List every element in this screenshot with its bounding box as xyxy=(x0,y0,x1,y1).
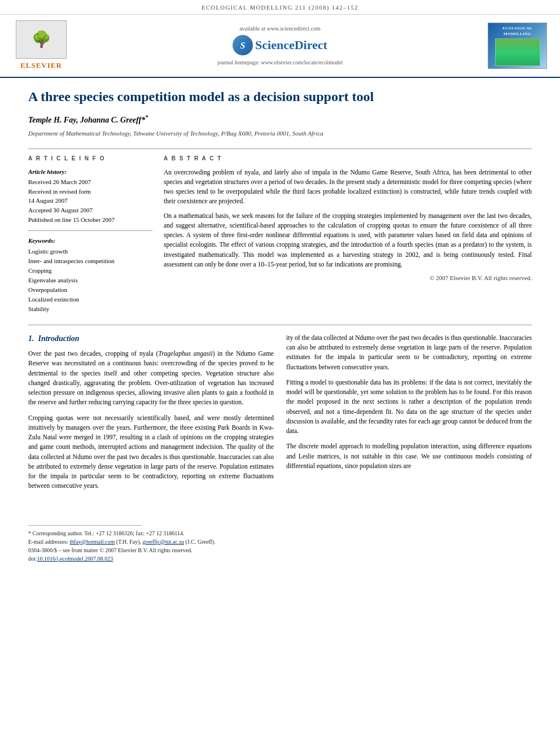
available-at-text: available at www.sciencedirect.com xyxy=(80,25,480,33)
abstract-text: An overcrowding problem of nyala, and la… xyxy=(164,168,532,270)
affiliation: Department of Mathematical Technology, T… xyxy=(28,129,532,138)
email-link-2[interactable]: greeffjc@tut.ac.za xyxy=(143,539,184,545)
divider-1 xyxy=(28,148,532,149)
footnote-emails: E-mail addresses: thfay@hotmail.com (T.H… xyxy=(28,538,274,546)
authors-text: Temple H. Fay, Johanna C. Greeff* xyxy=(28,116,145,124)
journal-cover: ECOLOGICAL MODELLING xyxy=(488,23,547,69)
info-abstract-section: A R T I C L E I N F O Article history: R… xyxy=(28,155,532,314)
elsevier-label: ELSEVIER xyxy=(20,60,62,71)
right-paragraph-2: Fitting a model to questionable data has… xyxy=(286,378,532,436)
section-title: Introduction xyxy=(38,334,80,343)
keyword-5: Overpopulation xyxy=(28,286,152,295)
article-content: A three species competition model as a d… xyxy=(0,78,560,574)
footnote-corresponding: * Corresponding author. Tel.: +27 12 318… xyxy=(28,529,274,538)
keyword-3: Cropping xyxy=(28,267,152,276)
accepted-date: Accepted 30 August 2007 xyxy=(28,206,152,215)
received-1: Received 26 March 2007 xyxy=(28,178,152,187)
abstract-paragraph-2: On a mathematical basis, we seek reasons… xyxy=(164,211,532,270)
intro-paragraph-1: Over the past two decades, cropping of n… xyxy=(28,349,274,408)
authors: Temple H. Fay, Johanna C. Greeff** xyxy=(28,113,532,126)
keywords-label: Keywords: xyxy=(28,237,152,246)
footnote-issn: 0304-3800/$ – see front matter © 2007 El… xyxy=(28,546,274,554)
elsevier-logo-area: 🌳 ELSEVIER xyxy=(10,20,72,71)
right-paragraph-1: ity of the data collected at Ndumo over … xyxy=(286,333,532,372)
email-link-1[interactable]: thfay@hotmail.com xyxy=(69,539,115,545)
sciencedirect-area: available at www.sciencedirect.com S Sci… xyxy=(80,25,480,67)
section-number: 1. xyxy=(28,334,34,343)
copyright-text: © 2007 Elsevier B.V. All rights reserved… xyxy=(164,274,532,283)
keyword-2: Inter- and intraspecies competition xyxy=(28,257,152,266)
body-columns: 1. Introduction Over the past two decade… xyxy=(28,333,532,563)
intro-paragraph-2: Cropping quotas were not necessarily sci… xyxy=(28,413,274,491)
keyword-1: Logistic growth xyxy=(28,247,152,256)
right-paragraph-3: The discrete model approach to modelling… xyxy=(286,442,532,471)
section-1-heading: 1. Introduction xyxy=(28,333,274,344)
cover-title: ECOLOGICAL MODELLING xyxy=(491,25,544,37)
divider-info xyxy=(28,230,152,231)
sd-text: ScienceDirect xyxy=(255,36,327,54)
received-2: Received in revised form xyxy=(28,187,152,196)
footnote-divider xyxy=(28,525,141,526)
abstract-title: A B S T R A C T xyxy=(164,155,532,163)
article-title: A three species competition model as a d… xyxy=(28,88,532,106)
journal-cover-area: ECOLOGICAL MODELLING xyxy=(488,23,550,69)
keyword-7: Stability xyxy=(28,305,152,314)
article-info: A R T I C L E I N F O Article history: R… xyxy=(28,155,152,314)
journal-homepage-text: journal homepage: www.elsevier.com/locat… xyxy=(80,59,480,67)
keyword-4: Eigenvalue analysis xyxy=(28,276,152,285)
doi-link[interactable]: 10.1016/j.ecolmodel.2007.08.023 xyxy=(37,556,113,562)
abstract-section: A B S T R A C T An overcrowding problem … xyxy=(164,155,532,314)
body-left-column: 1. Introduction Over the past two decade… xyxy=(28,333,274,563)
published-date: Published on line 15 October 2007 xyxy=(28,216,152,225)
footnote-doi: doi:10.1016/j.ecolmodel.2007.08.023 xyxy=(28,554,274,563)
footnotes: * Corresponding author. Tel.: +27 12 318… xyxy=(28,529,274,563)
abstract-paragraph-1: An overcrowding problem of nyala, and la… xyxy=(164,168,532,207)
body-right-column: ity of the data collected at Ndumo over … xyxy=(286,333,532,563)
cover-image xyxy=(495,38,540,66)
sciencedirect-logo: S ScienceDirect xyxy=(80,35,480,55)
elsevier-tree-icon: 🌳 xyxy=(16,20,67,59)
keywords-section: Keywords: Logistic growth Inter- and int… xyxy=(28,237,152,314)
banner: 🌳 ELSEVIER available at www.sciencedirec… xyxy=(0,15,560,78)
divider-2 xyxy=(28,325,532,325)
journal-header: ECOLOGICAL MODELLING 211 (2008) 142–152 xyxy=(0,0,560,15)
sd-icon: S xyxy=(233,35,253,55)
received-2b: 14 August 2007 xyxy=(28,196,152,206)
article-dates: Received 26 March 2007 Received in revis… xyxy=(28,178,152,225)
history-label: Article history: xyxy=(28,168,152,177)
corresponding-mark: * xyxy=(145,114,148,120)
keyword-6: Localized extinction xyxy=(28,295,152,304)
article-info-title: A R T I C L E I N F O xyxy=(28,155,152,163)
